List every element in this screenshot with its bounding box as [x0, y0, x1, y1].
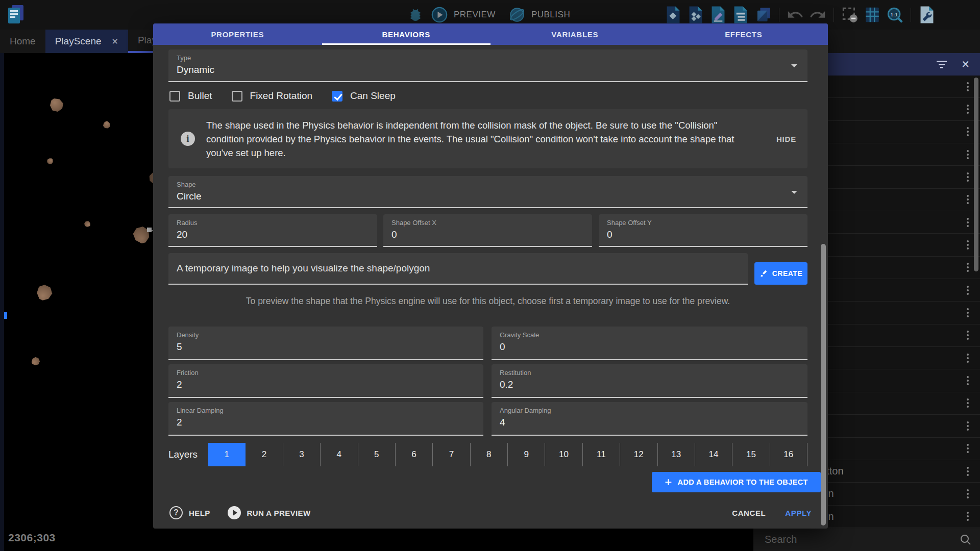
object-search-field[interactable]: Search — [753, 528, 980, 551]
restitution-field[interactable]: Restitution 0.2 — [492, 364, 807, 398]
asteroid-sprite[interactable] — [102, 120, 112, 130]
layers-icon[interactable] — [753, 5, 773, 24]
publish-label[interactable]: PUBLISH — [531, 10, 570, 20]
kebab-menu-icon[interactable] — [965, 148, 971, 161]
kebab-menu-icon[interactable] — [965, 374, 971, 387]
kebab-menu-icon[interactable] — [965, 284, 971, 297]
layer-option-12[interactable]: 12 — [620, 443, 657, 466]
tab-effects[interactable]: EFFECTS — [659, 23, 828, 45]
tab-behaviors[interactable]: BEHAVIORS — [322, 23, 491, 45]
layer-option-4[interactable]: 4 — [321, 443, 358, 466]
layer-option-10[interactable]: 10 — [545, 443, 582, 466]
gravity-scale-field[interactable]: Gravity Scale 0 — [492, 327, 807, 360]
dialog-scrollbar[interactable] — [821, 244, 826, 525]
angular-damping-field[interactable]: Angular Damping 4 — [492, 402, 807, 436]
tab-properties[interactable]: PROPERTIES — [153, 23, 322, 45]
redo-icon[interactable] — [808, 5, 827, 24]
kebab-menu-icon[interactable] — [965, 238, 971, 252]
shape-offset-y-field[interactable]: Shape Offset Y 0 — [599, 214, 807, 247]
layer-option-3[interactable]: 3 — [283, 443, 321, 466]
edit-scene-icon[interactable] — [708, 5, 728, 24]
kebab-menu-icon[interactable] — [965, 216, 971, 229]
selection-handle[interactable] — [147, 228, 152, 232]
app-logo-icon[interactable] — [6, 4, 26, 27]
search-icon — [960, 534, 972, 546]
apply-button[interactable]: APPLY — [785, 509, 812, 517]
run-preview-button[interactable]: RUN A PREVIEW — [228, 506, 311, 519]
toolbar-divider — [911, 8, 911, 22]
kebab-menu-icon[interactable] — [965, 170, 971, 184]
tab-playscene[interactable]: PlayScene ✕ — [45, 30, 128, 53]
layer-option-14[interactable]: 14 — [695, 443, 732, 466]
kebab-menu-icon[interactable] — [965, 80, 971, 93]
type-select[interactable]: Type Dynamic — [168, 49, 807, 82]
linear-damping-field[interactable]: Linear Damping 2 — [168, 402, 483, 436]
kebab-menu-icon[interactable] — [965, 329, 971, 342]
asteroid-sprite[interactable] — [34, 282, 55, 303]
asteroid-sprite[interactable] — [50, 98, 63, 112]
debug-bug-icon[interactable] — [406, 5, 425, 24]
hide-button[interactable]: HIDE — [776, 135, 796, 143]
asteroid-sprite[interactable] — [46, 158, 54, 165]
layer-option-8[interactable]: 8 — [471, 443, 508, 466]
kebab-menu-icon[interactable] — [965, 103, 971, 116]
tab-home[interactable]: Home — [0, 30, 45, 53]
asteroid-sprite[interactable] — [83, 220, 91, 228]
kebab-menu-icon[interactable] — [965, 261, 971, 274]
layer-option-16[interactable]: 16 — [770, 443, 807, 466]
tab-variables[interactable]: VARIABLES — [491, 23, 659, 45]
layer-option-9[interactable]: 9 — [508, 443, 545, 466]
layer-option-1[interactable]: 1 — [208, 443, 246, 466]
kebab-menu-icon[interactable] — [965, 442, 971, 455]
asteroid-sprite[interactable] — [31, 357, 41, 366]
deselect-marquee-icon[interactable] — [840, 5, 860, 24]
kebab-menu-icon[interactable] — [965, 352, 971, 365]
kebab-menu-icon[interactable] — [965, 465, 971, 478]
undo-icon[interactable] — [786, 5, 805, 24]
tab-close-icon[interactable]: ✕ — [112, 37, 118, 46]
kebab-menu-icon[interactable] — [965, 396, 971, 410]
add-behavior-button[interactable]: + ADD A BEHAVIOR TO THE OBJECT — [652, 472, 821, 492]
kebab-menu-icon[interactable] — [965, 306, 971, 319]
bullet-checkbox[interactable]: Bullet — [169, 90, 212, 102]
layer-option-7[interactable]: 7 — [433, 443, 470, 466]
fixed-rotation-checkbox[interactable]: Fixed Rotation — [232, 90, 313, 102]
layer-option-13[interactable]: 13 — [658, 443, 695, 466]
shape-offset-x-field[interactable]: Shape Offset X 0 — [383, 214, 592, 247]
cancel-button[interactable]: CANCEL — [732, 509, 766, 517]
objects-group-icon[interactable] — [686, 5, 705, 24]
publish-planet-icon[interactable] — [507, 5, 527, 24]
layer-option-2[interactable]: 2 — [246, 443, 283, 466]
create-button[interactable]: CREATE — [754, 262, 807, 285]
tools-wrench-icon[interactable] — [917, 5, 937, 24]
preview-label[interactable]: PREVIEW — [454, 10, 496, 20]
close-icon[interactable]: ✕ — [961, 59, 970, 69]
object-doc-icon[interactable] — [664, 5, 683, 24]
kebab-menu-icon[interactable] — [965, 125, 971, 138]
edge-selection-handle[interactable] — [4, 312, 7, 319]
kebab-menu-icon[interactable] — [965, 510, 971, 523]
temp-image-field[interactable]: A temporary image to help you visualize … — [168, 253, 748, 285]
search-placeholder: Search — [765, 534, 797, 545]
zoom-1-1-icon[interactable]: 1:1 — [885, 5, 904, 24]
layer-option-11[interactable]: 11 — [583, 443, 620, 466]
kebab-menu-icon[interactable] — [965, 487, 971, 500]
kebab-menu-icon[interactable] — [965, 193, 971, 206]
gdevelop-editor: PREVIEW PUBLISH — [0, 0, 980, 551]
panel-scrollbar[interactable] — [974, 78, 978, 271]
density-field[interactable]: Density 5 — [168, 327, 483, 360]
layer-option-5[interactable]: 5 — [358, 443, 396, 466]
layer-option-6[interactable]: 6 — [396, 443, 433, 466]
preview-play-icon[interactable] — [430, 5, 449, 24]
filter-icon[interactable] — [937, 61, 947, 68]
layer-option-15[interactable]: 15 — [732, 443, 770, 466]
friction-field[interactable]: Friction 2 — [168, 364, 483, 398]
help-button[interactable]: ? HELP — [169, 506, 210, 519]
grid-icon[interactable] — [863, 5, 882, 24]
can-sleep-checkbox[interactable]: Can Sleep — [332, 90, 396, 102]
radius-field[interactable]: Radius 20 — [168, 214, 377, 247]
kebab-menu-icon[interactable] — [965, 419, 971, 433]
shape-select[interactable]: Shape Circle — [168, 176, 807, 208]
brush-icon — [760, 269, 768, 278]
events-list-icon[interactable] — [731, 5, 750, 24]
